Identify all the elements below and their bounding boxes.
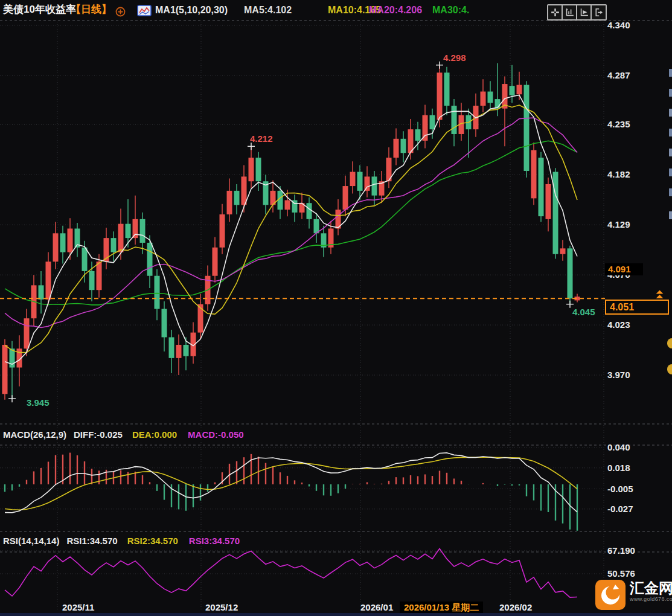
pan-crosshair-icon[interactable] bbox=[547, 4, 563, 21]
price-annotation: 3.945 bbox=[27, 397, 50, 408]
huijin-logo-icon bbox=[595, 580, 626, 612]
rsi-axis-label: 50.576 bbox=[607, 568, 635, 579]
price-annotation: 4.212 bbox=[250, 133, 273, 144]
ma5-value-label: MA5:4.102 bbox=[244, 5, 292, 16]
price-axis-label: 4.235 bbox=[607, 119, 630, 130]
period-selector[interactable]: 【日线】 bbox=[71, 4, 112, 15]
macd-axis-label: -0.005 bbox=[607, 484, 633, 495]
macd-dea-value: DEA:0.000 bbox=[132, 429, 177, 440]
price-up-arrow-icon bbox=[656, 290, 664, 301]
rsi1-value: RSI1:34.570 bbox=[66, 536, 117, 546]
ma-group-label: MA1(5,10,20,30) bbox=[155, 5, 228, 16]
x-axis-label: 2026/02 bbox=[499, 602, 532, 613]
rsi-header: RSI(14,14,14) RSI1:34.570 RSI2:34.570 RS… bbox=[3, 536, 240, 546]
jump-latest-icon[interactable] bbox=[590, 4, 607, 21]
price-annotation: 4.045 bbox=[572, 307, 595, 318]
watermark-site-url: www.gold678.com bbox=[630, 596, 672, 602]
rsi-title: RSI(14,14,14) bbox=[3, 536, 59, 546]
bottom-scrollbar-strip[interactable] bbox=[0, 613, 672, 616]
page-title: 美债10年收益率 bbox=[3, 4, 76, 15]
trading-chart-window: 美债10年收益率 【日线】 MA1(5,10,20,30) MA5:4.102 … bbox=[0, 0, 672, 616]
macd-axis-label: 0.018 bbox=[607, 463, 630, 473]
rsi3-value: RSI3:34.570 bbox=[189, 536, 240, 546]
candlestick-chart-canvas[interactable] bbox=[0, 0, 672, 616]
price-axis-label: 4.129 bbox=[607, 219, 630, 230]
add-indicator-icon[interactable] bbox=[115, 7, 126, 19]
price-annotation: 4.298 bbox=[443, 53, 466, 63]
axis-range-icon[interactable] bbox=[562, 4, 578, 21]
price-axis-label: 4.340 bbox=[607, 20, 630, 31]
x-axis-label: 2025/11 bbox=[62, 602, 94, 613]
price-axis-label: 4.287 bbox=[607, 70, 630, 81]
macd-axis-label: 0.040 bbox=[607, 442, 630, 453]
price-axis-label: 3.970 bbox=[607, 370, 630, 380]
ma20-value-label: MA20:4.206 bbox=[369, 5, 422, 16]
macd-bar-value: MACD:-0.050 bbox=[188, 429, 244, 440]
ma30-value-label: MA30:4. bbox=[432, 5, 469, 16]
price-axis-label: 4.023 bbox=[607, 319, 630, 330]
rsi2-value: RSI2:34.570 bbox=[127, 536, 178, 546]
crosshair-date-label: 2026/01/13 星期二 bbox=[400, 602, 483, 613]
current-price-badge: 4.051 bbox=[605, 300, 669, 315]
x-axis-label: 2026/01 bbox=[360, 602, 393, 613]
chart-type-icon[interactable] bbox=[137, 5, 152, 19]
x-axis-label: 2025/12 bbox=[205, 602, 238, 613]
watermark-site-name: 汇金网 bbox=[630, 580, 672, 596]
macd-title: MACD(26,12,9) bbox=[3, 429, 66, 440]
macd-axis-label: -0.027 bbox=[607, 504, 633, 515]
rsi-axis-label: 67.190 bbox=[607, 545, 635, 556]
macd-diff-value: DIFF:-0.025 bbox=[74, 429, 123, 440]
prev-price-badge: 4.091 bbox=[605, 263, 643, 275]
price-axis-label: 4.182 bbox=[607, 169, 630, 180]
macd-header: MACD(26,12,9) DIFF:-0.025 DEA:0.000 MACD… bbox=[3, 429, 244, 440]
axis-play-icon[interactable] bbox=[576, 4, 592, 21]
site-watermark: 汇金网 www.gold678.com bbox=[595, 580, 672, 612]
